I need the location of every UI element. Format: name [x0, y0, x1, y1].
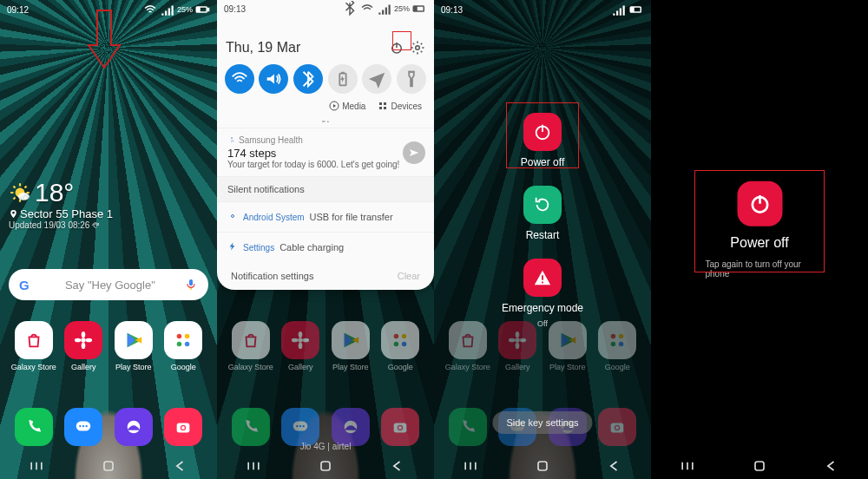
- app-gallery[interactable]: Gallery: [60, 321, 107, 371]
- notification-panel[interactable]: 09:13 25% Thu, 19 Mar Media: [217, 0, 434, 290]
- bolt-icon: [227, 241, 238, 253]
- svg-point-17: [82, 425, 84, 427]
- app-camera[interactable]: [377, 408, 424, 446]
- app-camera[interactable]: [160, 408, 207, 446]
- app-google[interactable]: Google: [377, 321, 424, 371]
- power-option-emergency[interactable]: Emergency modeOff: [502, 259, 583, 328]
- recents-button[interactable]: [28, 457, 45, 475]
- clear-notifications-button[interactable]: Clear: [398, 271, 420, 281]
- svg-point-33: [402, 342, 407, 347]
- weather-widget[interactable]: 18° Sector 55 Phase 1 Updated 19/03 08:2…: [9, 178, 113, 230]
- silent-notif-row[interactable]: Android SystemUSB for file transfer: [217, 201, 434, 232]
- msg-icon: [281, 408, 319, 446]
- play-icon: [115, 321, 153, 359]
- app-msg[interactable]: [60, 408, 107, 446]
- media-button[interactable]: Media: [329, 101, 365, 111]
- qs-wifi[interactable]: [225, 64, 254, 94]
- qs-sound[interactable]: [259, 64, 288, 94]
- confirm-highlight-annotation: [694, 170, 825, 272]
- notification-settings-link[interactable]: Notification settings: [231, 271, 313, 281]
- notif-title: 174 steps: [227, 147, 424, 160]
- qs-plane[interactable]: [362, 64, 391, 94]
- wifi-icon: [142, 2, 158, 17]
- svg-point-10: [86, 338, 92, 343]
- svg-rect-82: [755, 462, 764, 470]
- svg-point-54: [231, 137, 233, 139]
- app-browser[interactable]: [110, 408, 157, 446]
- qs-saver[interactable]: [328, 64, 358, 94]
- back-button[interactable]: [389, 457, 406, 475]
- status-bar: 09:13: [434, 0, 651, 19]
- battery-icon: [411, 1, 427, 16]
- svg-point-37: [303, 425, 305, 427]
- nav-bar: [0, 453, 217, 479]
- notification-samsung-health[interactable]: Samsung Health 174 steps Your target for…: [217, 128, 434, 176]
- app-browser[interactable]: [327, 408, 374, 446]
- app-phone[interactable]: [227, 408, 274, 446]
- power-menu: Power offRestartEmergency modeOff: [434, 0, 651, 479]
- walk-icon: [227, 136, 236, 145]
- screen-poweroff-confirm: Power off Tap again to turn off your pho…: [651, 0, 868, 479]
- nav-bar: [434, 453, 651, 479]
- mic-icon[interactable]: [184, 278, 198, 292]
- back-button[interactable]: [172, 457, 189, 475]
- home-button[interactable]: [100, 457, 117, 475]
- svg-point-11: [177, 334, 182, 339]
- option-label: Restart: [526, 229, 560, 241]
- screen-power-menu: 09:13 Galaxy StoreGalleryPlay StoreGoogl…: [434, 0, 651, 479]
- notif-text: Cable charging: [279, 242, 344, 253]
- svg-rect-52: [379, 107, 382, 109]
- browser-icon: [115, 408, 153, 446]
- app-phone[interactable]: [10, 408, 57, 446]
- back-button[interactable]: [606, 457, 623, 475]
- power-option-restart[interactable]: Restart: [523, 186, 562, 241]
- battery-icon: [628, 2, 644, 17]
- svg-rect-53: [384, 107, 386, 109]
- silent-notif-row[interactable]: SettingsCable charging: [217, 232, 434, 262]
- app-msg[interactable]: [277, 408, 324, 446]
- app-gallery[interactable]: Gallery: [277, 321, 324, 371]
- svg-rect-58: [631, 8, 634, 12]
- gear-icon: [227, 211, 238, 223]
- play-icon: [329, 101, 339, 111]
- recents-button[interactable]: [462, 457, 479, 475]
- app-galaxy-store[interactable]: Galaxy Store: [227, 321, 274, 371]
- settings-gear-icon[interactable]: [410, 40, 425, 56]
- battery-pct: 25%: [394, 4, 410, 13]
- svg-point-18: [86, 425, 88, 427]
- svg-rect-5: [189, 279, 193, 285]
- side-key-settings-button[interactable]: Side key settings: [492, 411, 592, 434]
- app-play-store[interactable]: Play Store: [327, 321, 374, 371]
- home-button[interactable]: [751, 457, 768, 475]
- svg-rect-50: [379, 102, 382, 105]
- back-button[interactable]: [823, 457, 840, 475]
- recents-button[interactable]: [679, 457, 696, 475]
- app-play-store[interactable]: Play Store: [110, 321, 157, 371]
- svg-point-8: [82, 343, 86, 349]
- app-label: Play Store: [332, 363, 369, 371]
- svg-point-55: [232, 215, 234, 218]
- status-time: 09:12: [7, 5, 29, 15]
- notif-action-icon[interactable]: [403, 141, 425, 164]
- svg-point-36: [299, 425, 301, 427]
- app-label: Gallery: [288, 363, 313, 371]
- status-time: 09:13: [224, 4, 246, 14]
- svg-rect-48: [341, 72, 345, 74]
- app-google[interactable]: Google: [160, 321, 207, 371]
- svg-point-28: [292, 338, 298, 343]
- panel-date: Thu, 19 Mar: [226, 40, 300, 56]
- svg-point-7: [82, 331, 86, 338]
- home-button[interactable]: [534, 457, 551, 475]
- qs-bt[interactable]: [293, 64, 323, 94]
- search-placeholder: Say "Hey Google": [36, 279, 184, 292]
- devices-button[interactable]: Devices: [378, 101, 422, 111]
- svg-rect-79: [542, 282, 543, 284]
- qs-torch[interactable]: [397, 64, 426, 94]
- carrier-label: Jio 4G | airtel: [217, 442, 434, 451]
- notif-source: Settings: [243, 243, 274, 253]
- app-galaxy-store[interactable]: Galaxy Store: [10, 321, 57, 371]
- recents-button[interactable]: [245, 457, 262, 475]
- home-button[interactable]: [317, 457, 334, 475]
- google-search-bar[interactable]: G Say "Hey Google": [9, 269, 208, 300]
- svg-point-26: [299, 331, 303, 338]
